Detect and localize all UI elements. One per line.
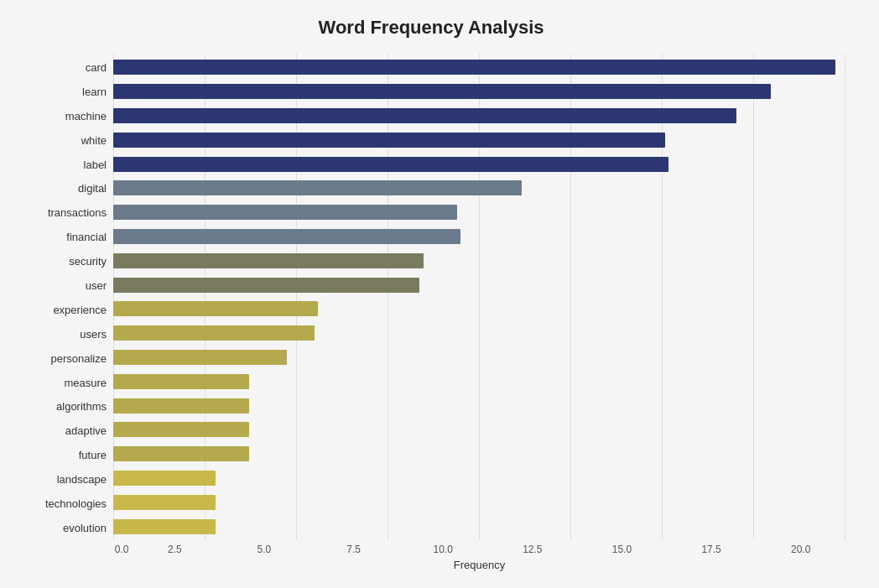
y-label: landscape xyxy=(17,469,107,491)
y-label: personalize xyxy=(17,347,107,369)
bar xyxy=(113,301,318,316)
bar-row xyxy=(113,445,845,463)
x-axis-labels: 0.02.55.07.510.012.515.017.520.0 xyxy=(113,544,845,555)
y-label: future xyxy=(17,445,107,466)
y-label: measure xyxy=(17,372,107,393)
x-tick: 5.0 xyxy=(220,544,309,555)
bar xyxy=(113,519,216,534)
bar-row xyxy=(113,227,845,246)
x-tick: 10.0 xyxy=(398,544,488,555)
bar xyxy=(113,108,736,123)
bar-row xyxy=(113,203,845,221)
y-label: transactions xyxy=(17,202,107,224)
bar xyxy=(113,60,835,75)
y-label: evolution xyxy=(17,517,107,539)
bar xyxy=(113,84,771,99)
chart-title: Word Frequency Analysis xyxy=(17,17,845,39)
y-label: technologies xyxy=(17,492,107,514)
y-label: users xyxy=(17,323,107,345)
bar xyxy=(113,350,287,365)
y-label: experience xyxy=(17,299,107,320)
bar-row xyxy=(113,58,845,76)
bar xyxy=(113,398,249,414)
bar xyxy=(113,253,424,268)
bar xyxy=(113,422,249,437)
bar-row xyxy=(113,299,845,318)
bars-section xyxy=(113,54,845,540)
bar xyxy=(113,133,665,148)
bar-row xyxy=(113,252,845,270)
bar-row xyxy=(113,155,845,174)
bar-row xyxy=(113,372,845,391)
bar-row xyxy=(113,107,845,125)
x-tick: 12.5 xyxy=(488,544,578,555)
x-axis-title: Frequency xyxy=(113,559,845,571)
bar xyxy=(113,157,668,172)
y-label: user xyxy=(17,274,107,296)
bar-row xyxy=(113,397,845,415)
x-tick: 0.0 xyxy=(113,544,130,555)
bar xyxy=(113,229,460,244)
y-label: adaptive xyxy=(17,420,107,442)
bar-row xyxy=(113,179,845,197)
bar-row xyxy=(113,82,845,101)
bar xyxy=(113,495,216,510)
y-label: machine xyxy=(17,105,107,127)
y-label: digital xyxy=(17,178,107,200)
x-tick: 17.5 xyxy=(667,544,757,555)
chart-container: Word Frequency Analysis cardlearnmachine… xyxy=(0,0,879,588)
y-label: learn xyxy=(17,81,107,102)
chart-area: cardlearnmachinewhitelabeldigitaltransac… xyxy=(17,54,845,540)
grid-bars xyxy=(113,54,845,540)
y-axis-labels: cardlearnmachinewhitelabeldigitaltransac… xyxy=(17,54,113,540)
bar xyxy=(113,446,249,461)
bar xyxy=(113,471,216,486)
bar-row xyxy=(113,348,845,367)
bar xyxy=(113,374,249,389)
bar-row xyxy=(113,324,845,342)
x-tick: 20.0 xyxy=(756,544,845,555)
y-label: algorithms xyxy=(17,396,107,418)
bar xyxy=(113,180,522,195)
x-tick: 7.5 xyxy=(309,544,398,555)
bar xyxy=(113,278,419,293)
bar-row xyxy=(113,518,845,536)
bar-row xyxy=(113,493,845,512)
bar xyxy=(113,205,457,220)
y-label: security xyxy=(17,251,107,273)
y-label: financial xyxy=(17,226,107,248)
bar xyxy=(113,325,315,341)
bar-row xyxy=(113,276,845,294)
y-label: label xyxy=(17,154,107,175)
y-label: card xyxy=(17,56,107,78)
x-tick: 2.5 xyxy=(130,544,220,555)
bar-row xyxy=(113,420,845,439)
y-label: white xyxy=(17,129,107,151)
x-tick: 15.0 xyxy=(577,544,667,555)
bar-row xyxy=(113,469,845,487)
bar-row xyxy=(113,131,845,149)
bars-wrapper xyxy=(113,54,845,540)
